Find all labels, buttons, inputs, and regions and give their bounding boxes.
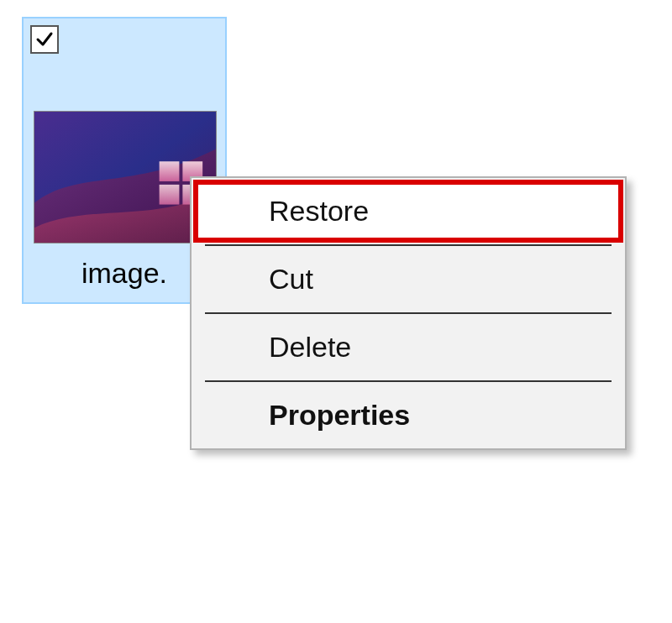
menu-item-label: Restore: [269, 195, 369, 227]
menu-item-label: Properties: [269, 399, 410, 431]
context-menu: Restore Cut Delete Properties: [190, 176, 627, 450]
file-selected-checkbox[interactable]: [30, 25, 59, 54]
svg-rect-1: [160, 161, 180, 181]
menu-item-restore[interactable]: Restore: [195, 181, 622, 241]
menu-item-properties[interactable]: Properties: [192, 382, 625, 448]
menu-item-cut[interactable]: Cut: [192, 246, 625, 312]
check-icon: [34, 29, 55, 50]
menu-item-delete[interactable]: Delete: [192, 314, 625, 380]
wallpaper-thumbnail-icon: [34, 112, 216, 243]
svg-rect-3: [160, 185, 180, 205]
menu-item-label: Cut: [269, 263, 313, 295]
menu-item-label: Delete: [269, 331, 351, 363]
